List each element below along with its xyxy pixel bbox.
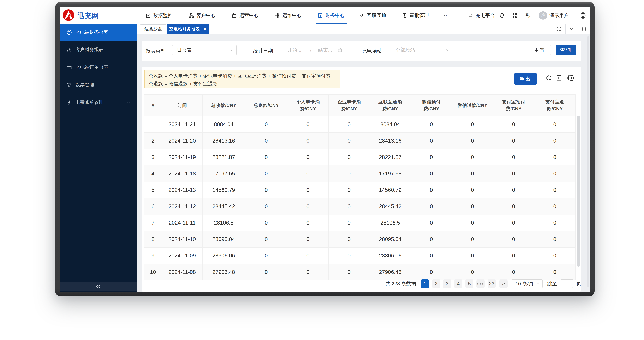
svg-text:A: A xyxy=(528,15,530,19)
svg-text:文: 文 xyxy=(526,13,528,16)
